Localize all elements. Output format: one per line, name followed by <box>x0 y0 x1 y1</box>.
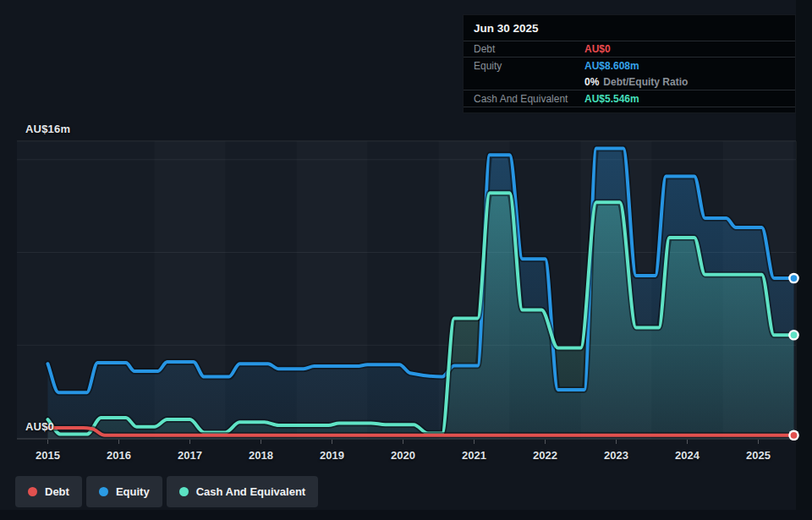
x-axis-year-label: 2025 <box>733 449 784 462</box>
tooltip-debt-label: Debt <box>474 43 495 55</box>
debt-series-dot-icon <box>28 487 37 496</box>
y-axis-max-label: AU$16m <box>25 123 70 135</box>
x-axis-year-label: 2016 <box>94 449 145 462</box>
tooltip-row-ratio: 0%Debt/Equity Ratio <box>464 74 795 90</box>
x-axis-year-label: 2017 <box>165 449 216 462</box>
x-axis-year-label: 2019 <box>307 449 358 462</box>
chart-legend: Debt Equity Cash And Equivalent <box>15 476 318 507</box>
legend-item-cash[interactable]: Cash And Equivalent <box>167 476 319 507</box>
tooltip-ratio: 0%Debt/Equity Ratio <box>584 76 688 88</box>
tooltip-row-equity: Equity AU$8.608m <box>464 57 795 74</box>
tooltip-row-cash: Cash And Equivalent AU$5.546m <box>464 90 795 107</box>
x-axis-year-label: 2023 <box>591 449 642 462</box>
x-axis-year-label: 2020 <box>378 449 429 462</box>
x-axis-year-label: 2021 <box>449 449 500 462</box>
legend-item-equity[interactable]: Equity <box>86 476 162 507</box>
debt-equity-history-chart: AU$16m AU$0 2015201620172018201920202021… <box>0 0 812 520</box>
tooltip-date: Jun 30 2025 <box>464 15 795 41</box>
legend-item-debt[interactable]: Debt <box>15 476 82 507</box>
tooltip-equity-value: AU$8.608m <box>584 60 639 72</box>
tooltip-equity-label: Equity <box>474 60 502 72</box>
x-axis-year-label: 2018 <box>236 449 287 462</box>
x-axis-year-label: 2024 <box>662 449 713 462</box>
legend-cash-label: Cash And Equivalent <box>196 485 306 498</box>
x-axis-year-label: 2022 <box>520 449 571 462</box>
legend-debt-label: Debt <box>45 485 69 498</box>
tooltip-ratio-value: 0% <box>584 76 599 88</box>
x-axis-year-label: 2015 <box>23 449 74 462</box>
tooltip-row-debt: Debt AU$0 <box>464 41 795 57</box>
cash-series-dot-icon <box>179 487 189 496</box>
equity-series-dot-icon <box>99 487 108 496</box>
tooltip-debt-value: AU$0 <box>584 43 611 55</box>
chart-tooltip: Jun 30 2025 Debt AU$0 Equity AU$8.608m 0… <box>463 14 796 113</box>
tooltip-cash-value: AU$5.546m <box>584 93 639 105</box>
legend-equity-label: Equity <box>116 485 150 498</box>
bottom-strip <box>0 510 812 520</box>
y-axis-zero-label: AU$0 <box>25 420 54 433</box>
tooltip-cash-label: Cash And Equivalent <box>474 93 568 105</box>
tooltip-ratio-label: Debt/Equity Ratio <box>603 76 688 88</box>
